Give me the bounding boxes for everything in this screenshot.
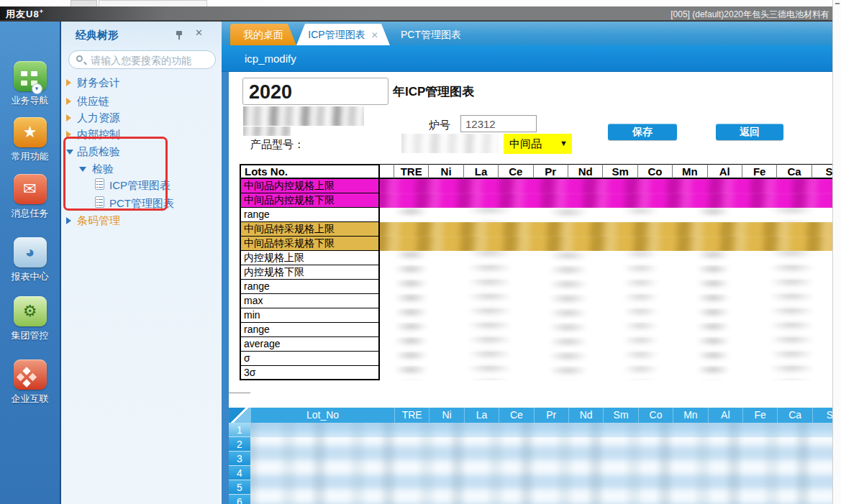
product-type-dropdown[interactable]: 中间品 ▼ xyxy=(504,134,572,154)
spec-header-TRE: TRE xyxy=(394,164,428,179)
document-icon xyxy=(95,178,104,190)
close-icon[interactable]: ✕ xyxy=(195,27,203,38)
tab-ICP管理图表[interactable]: ICP管理图表✕ xyxy=(296,24,390,45)
grid-header-La[interactable]: La xyxy=(464,408,499,423)
diamond-grid-icon xyxy=(14,359,47,390)
grid-header-Mn[interactable]: Mn xyxy=(673,408,707,423)
pin-icon[interactable] xyxy=(173,30,183,40)
sidebar-item-1[interactable]: ▾业务导航 xyxy=(0,61,60,107)
sidebar-item-label: 消息任务 xyxy=(0,207,60,220)
tree-item-ICP管理图表[interactable]: ICP管理图表 xyxy=(61,178,222,193)
remnant-tab xyxy=(99,0,207,6)
tab-PCT管理图表[interactable]: PCT管理图表 xyxy=(388,24,473,45)
tree-item-品质检验[interactable]: 品质检验 xyxy=(61,144,222,160)
sidebar-item-label: 集团管控 xyxy=(0,329,60,342)
spec-header-Sm: Sm xyxy=(602,164,637,179)
grid-header-Pr[interactable]: Pr xyxy=(534,408,568,423)
back-button[interactable]: 返回 xyxy=(716,124,783,140)
redacted-spec-data xyxy=(380,237,832,251)
tab-close-icon[interactable]: ✕ xyxy=(371,24,378,46)
grid-header-Al[interactable]: Al xyxy=(708,408,742,423)
tree-item-label: 品质检验 xyxy=(77,145,120,159)
grid-header-TRE[interactable]: TRE xyxy=(394,408,429,423)
grid-row-number-4[interactable]: 4 xyxy=(229,466,250,480)
mail-icon: ✉ xyxy=(14,174,47,204)
year-input[interactable] xyxy=(242,78,388,105)
grid-header-Sm[interactable]: Sm xyxy=(603,408,637,423)
tree-item-label: 供应链 xyxy=(77,95,109,109)
redacted-spec-data xyxy=(380,337,832,352)
app-window: 用友U8+ [005] (default)2020年包头三德电池材料有 ▾业务导… xyxy=(0,0,841,504)
spec-row-label: 中间品特采规格下限 xyxy=(240,237,380,251)
spec-header-Ce: Ce xyxy=(498,164,532,179)
sidebar-item-5[interactable]: ⚙集团管控 xyxy=(0,296,60,342)
search-placeholder: 请输入您要搜索的功能 xyxy=(91,55,191,68)
module-header-bar: icp_modify xyxy=(222,45,841,72)
lot-data-grid: Lot_NoTRENiLaCePrNdSmCoMnAlFeCaS123456 xyxy=(229,408,832,504)
document-icon xyxy=(95,196,104,208)
grid-row-number-2[interactable]: 2 xyxy=(229,437,250,452)
spec-table: Lots No.TRENiLaCePrNdSmCoMnAlFeCaS中间品内控规… xyxy=(240,164,832,381)
grid-header-Ni[interactable]: Ni xyxy=(429,408,463,423)
spec-header-Al: Al xyxy=(707,164,742,179)
grid-header-lot-no[interactable]: Lot_No xyxy=(250,408,394,423)
sidebar-item-3[interactable]: ✉消息任务 xyxy=(0,174,60,220)
scrollbar-track[interactable] xyxy=(832,0,841,504)
sidebar-item-label: 常用功能 xyxy=(0,150,60,163)
spec-header-Ni: Ni xyxy=(428,164,463,179)
grid-row-number-3[interactable]: 3 xyxy=(229,452,250,466)
tree-item-财务会计[interactable]: 财务会计 xyxy=(61,75,222,91)
tree-item-条码管理[interactable]: 条码管理 xyxy=(61,213,222,229)
redacted-spec-data xyxy=(380,179,832,193)
chevron-right-icon xyxy=(66,131,71,138)
grid-row-number-6[interactable]: 6 xyxy=(229,495,250,504)
grid-row-number-1[interactable]: 1 xyxy=(229,423,250,437)
grid-header-Ce[interactable]: Ce xyxy=(499,408,533,423)
search-input[interactable]: 请输入您要搜索的功能 xyxy=(68,50,216,69)
spec-row-label: 中间品特采规格上限 xyxy=(240,222,380,237)
grid-header-Fe[interactable]: Fe xyxy=(742,408,777,423)
tree-item-供应链[interactable]: 供应链 xyxy=(61,93,222,109)
grid-header-S[interactable]: S xyxy=(812,408,832,423)
tree-item-label: 财务会计 xyxy=(77,76,120,90)
furnace-number-input[interactable] xyxy=(460,115,537,132)
spec-row-label: max xyxy=(240,294,380,308)
sidebar-item-label: 报表中心 xyxy=(0,270,60,283)
grid-header-Co[interactable]: Co xyxy=(638,408,673,423)
remnant-tab xyxy=(71,0,97,6)
tab-bar: 我的桌面ICP管理图表✕PCT管理图表 xyxy=(222,22,841,45)
browser-remnant-strip xyxy=(0,0,841,6)
grid-header-Ca[interactable]: Ca xyxy=(777,408,812,423)
spec-header-Nd: Nd xyxy=(568,164,602,179)
tree-item-内部控制[interactable]: 内部控制 xyxy=(61,127,222,142)
star-icon: ★ xyxy=(14,117,47,147)
diamonds-glyph xyxy=(22,367,30,375)
product-type-value: 中间品 xyxy=(509,137,542,151)
spec-row-label: average xyxy=(240,337,380,352)
sidebar-item-2[interactable]: ★常用功能 xyxy=(0,117,60,163)
sidebar-item-label: 业务导航 xyxy=(0,94,60,107)
spec-header-Co: Co xyxy=(637,164,672,179)
grid-row-number-5[interactable]: 5 xyxy=(229,480,250,495)
nav-tree-icon: ▾ xyxy=(14,61,47,91)
product-model-label: 产品型号： xyxy=(250,138,304,152)
tree-item-PCT管理图表[interactable]: PCT管理图表 xyxy=(61,196,222,211)
grid-corner-select-all[interactable] xyxy=(229,408,250,423)
save-button[interactable]: 保存 xyxy=(608,124,677,140)
main-area: 我的桌面ICP管理图表✕PCT管理图表 icp_modify 年ICP管理图表 … xyxy=(222,22,841,504)
sidebar-item-6[interactable]: 企业互联 xyxy=(0,359,60,406)
spec-row-label: σ xyxy=(240,352,380,366)
sidebar-item-4[interactable]: ◕报表中心 xyxy=(0,237,60,283)
page-title: 年ICP管理图表 xyxy=(393,83,474,100)
chevron-right-icon xyxy=(66,217,71,224)
tree-item-检验[interactable]: 检验 xyxy=(61,161,222,177)
redacted-spec-data xyxy=(380,222,832,237)
app-logo: 用友U8+ xyxy=(6,8,44,21)
chevron-right-icon xyxy=(66,79,71,86)
tab-我的桌面[interactable]: 我的桌面 xyxy=(230,24,296,45)
grid-header-Nd[interactable]: Nd xyxy=(568,408,603,423)
tree-item-人力资源[interactable]: 人力资源 xyxy=(61,110,222,126)
tab-label: PCT管理图表 xyxy=(401,29,461,40)
minimize-icon xyxy=(835,3,840,4)
tab-label: ICP管理图表 xyxy=(308,29,365,40)
